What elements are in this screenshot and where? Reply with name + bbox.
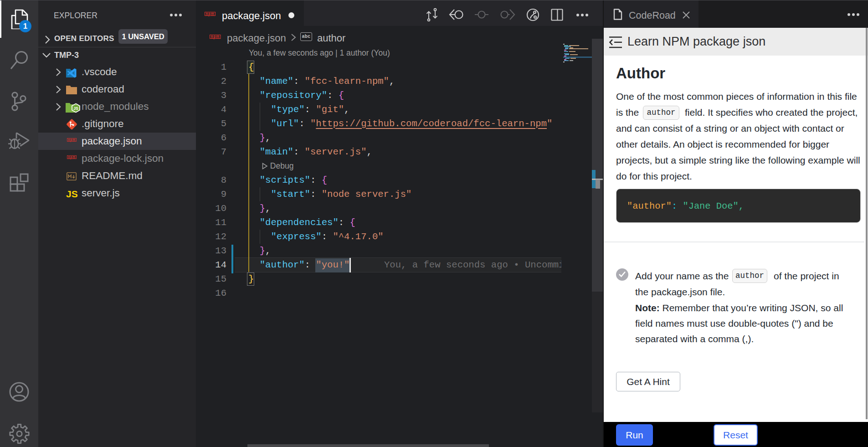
- svg-text:JS: JS: [73, 106, 78, 111]
